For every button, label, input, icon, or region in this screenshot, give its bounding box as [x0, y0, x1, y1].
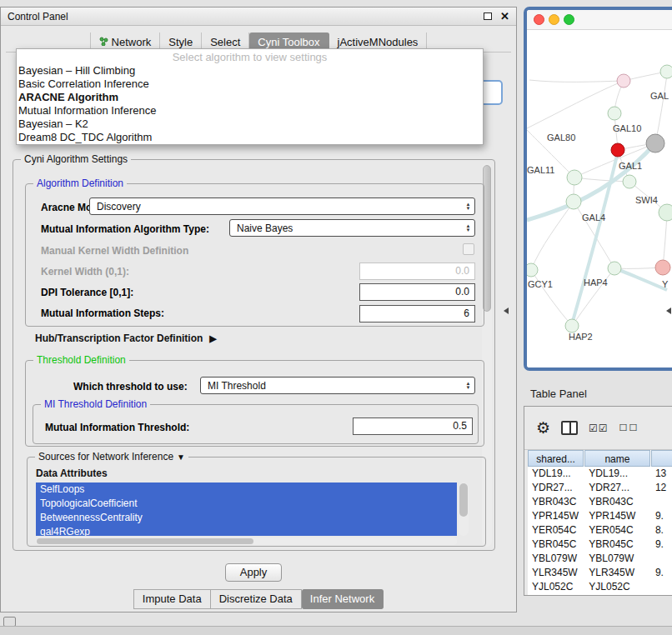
- gear-icon[interactable]: ⚙: [536, 418, 550, 438]
- table-cell: YJL052C: [584, 580, 651, 594]
- table-row[interactable]: YPR145WYPR145W9.: [528, 509, 672, 523]
- mi-threshold-input[interactable]: 0.5: [353, 418, 473, 435]
- mi-type-combobox[interactable]: Naive Bayes ▲▼: [229, 219, 475, 237]
- node-label: GAL80: [547, 132, 575, 142]
- table-cell: YER054C: [528, 523, 584, 538]
- data-attributes-list[interactable]: SelfLoopsTopologicalCoefficientBetweenne…: [36, 482, 457, 536]
- attribute-item-betweennesscentrality[interactable]: BetweennessCentrality: [36, 511, 457, 525]
- splitter-collapse-left-icon[interactable]: [504, 308, 509, 314]
- float-window-icon[interactable]: [484, 12, 492, 20]
- table-cell: YDR27...: [584, 481, 651, 495]
- attribute-item-gal4rgexp[interactable]: gal4RGexp: [36, 525, 457, 536]
- combo-stepper-icon[interactable]: ▲▼: [462, 382, 474, 390]
- bottom-tab-discretize-data[interactable]: Discretize Data: [211, 589, 302, 609]
- attributes-hscroll-thumb[interactable]: [37, 538, 253, 544]
- which-threshold-combobox[interactable]: MI Threshold ▲▼: [200, 377, 475, 394]
- column-header-0[interactable]: shared...: [528, 450, 584, 467]
- hub-definition-label: Hub/Transcription Factor Definition: [35, 332, 203, 344]
- algorithm-option-bayesian-hill-climbing[interactable]: Bayesian – Hill Climbing: [17, 64, 483, 78]
- network-tab-icon: [99, 36, 108, 48]
- algorithm-option-mutual-information-inference[interactable]: Mutual Information Inference: [17, 104, 483, 118]
- close-window-icon[interactable]: ✕: [500, 10, 509, 22]
- mi-threshold-definition-group: MI Threshold Definition Mutual Informati…: [33, 404, 479, 444]
- attribute-item-selfloops[interactable]: SelfLoops: [36, 482, 457, 497]
- algorithm-option-dream8-dc-tdc-algorithm[interactable]: Dream8 DC_TDC Algorithm: [17, 131, 483, 144]
- network-node[interactable]: [655, 260, 670, 275]
- aracne-mode-combobox[interactable]: Discovery ▲▼: [89, 198, 475, 215]
- table-row[interactable]: YBL079WYBL079W: [528, 552, 672, 566]
- zoom-traffic-light-icon[interactable]: [564, 14, 574, 25]
- manual-kernel-checkbox[interactable]: [463, 243, 474, 255]
- table-row[interactable]: YER054CYER054C8.: [528, 523, 672, 538]
- mi-steps-input[interactable]: 6: [359, 305, 475, 322]
- algorithm-dropdown: Select algorithm to view settings Bayesi…: [16, 48, 484, 145]
- table-row[interactable]: YLR345WYLR345W9.: [528, 566, 672, 580]
- combo-stepper-icon[interactable]: ▲▼: [462, 202, 474, 211]
- network-node[interactable]: [660, 65, 672, 78]
- attribute-item-topologicalcoefficient[interactable]: TopologicalCoefficient: [36, 497, 457, 511]
- combo-stepper-icon[interactable]: ▲▼: [462, 224, 474, 232]
- table-row[interactable]: YBR043CYBR043C: [528, 495, 672, 509]
- table-cell: YBR043C: [584, 495, 651, 509]
- network-node[interactable]: [566, 194, 581, 209]
- threshold-definition-title: Threshold Definition: [33, 354, 129, 367]
- algorithm-option-aracne-algorithm[interactable]: ARACNE Algorithm: [17, 91, 483, 104]
- attributes-list-vscrollbar[interactable]: [459, 482, 469, 536]
- apply-button[interactable]: Apply: [225, 563, 282, 582]
- tab-label: Style: [168, 36, 193, 48]
- bottom-tab-impute-data[interactable]: Impute Data: [133, 589, 211, 609]
- table-cell: 12: [651, 481, 672, 495]
- table-row[interactable]: YDL19...YDL19...13: [528, 467, 672, 481]
- hub-definition-section[interactable]: Hub/Transcription Factor Definition ▶: [35, 332, 217, 344]
- column-header-2[interactable]: [651, 450, 672, 467]
- attributes-vscroll-thumb[interactable]: [459, 483, 468, 517]
- table-cell: YLR345W: [528, 566, 584, 580]
- attributes-list-hscrollbar[interactable]: [36, 538, 457, 545]
- table-cell: 9.: [651, 566, 672, 580]
- node-label: GAL: [650, 91, 669, 101]
- network-edge: [574, 202, 614, 268]
- table-cell: [651, 580, 672, 594]
- network-node[interactable]: [617, 74, 630, 88]
- table-row[interactable]: YBR045CYBR045C9.: [528, 538, 672, 552]
- network-node[interactable]: [659, 204, 672, 221]
- network-node[interactable]: [646, 134, 664, 152]
- network-node[interactable]: [623, 175, 636, 188]
- bottom-tab-infer-network[interactable]: Infer Network: [302, 589, 384, 609]
- collapse-down-icon[interactable]: ▼: [177, 452, 185, 462]
- splitter-collapse-right-icon[interactable]: [666, 308, 671, 314]
- sources-group-title[interactable]: Sources for Network Inference▼: [35, 451, 188, 463]
- algorithm-option-basic-correlation-inference[interactable]: Basic Correlation Inference: [17, 78, 483, 91]
- sources-title-text: Sources for Network Inference: [38, 451, 173, 462]
- network-node[interactable]: [611, 143, 624, 157]
- column-layout-icon[interactable]: [561, 421, 578, 435]
- network-node[interactable]: [608, 107, 621, 120]
- network-canvas[interactable]: GAL80GAL10GAL11GAL1SWI4GAL4GCY1HAP4HAP2G…: [527, 30, 672, 368]
- kernel-width-input[interactable]: 0.0: [359, 262, 475, 280]
- tab-label: Network: [112, 36, 152, 48]
- network-node[interactable]: [527, 263, 538, 277]
- table-toolbar: ⚙ ☑☑ ☐☐: [524, 407, 672, 450]
- threshold-definition-group: Threshold Definition Which threshold to …: [25, 360, 484, 447]
- mi-type-value: Naive Bayes: [230, 222, 462, 234]
- dpi-tolerance-input[interactable]: 0.0: [359, 283, 475, 301]
- node-label: GCY1: [528, 279, 553, 289]
- mi-steps-label: Mutual Information Steps:: [41, 308, 164, 319]
- window-title: Control Panel: [8, 11, 484, 22]
- table-row[interactable]: YJL052CYJL052C: [528, 580, 672, 594]
- close-traffic-light-icon[interactable]: [534, 14, 544, 25]
- network-node[interactable]: [608, 262, 621, 275]
- network-node[interactable]: [567, 170, 582, 185]
- table-cell: 8.: [651, 523, 672, 538]
- column-header-1[interactable]: name: [584, 450, 649, 467]
- expand-right-icon[interactable]: ▶: [209, 333, 216, 344]
- network-node[interactable]: [565, 319, 579, 332]
- table-cell: YER054C: [584, 523, 651, 538]
- table-row[interactable]: YDR27...YDR27...12: [528, 481, 672, 495]
- algorithm-option-bayesian-k2[interactable]: Bayesian – K2: [17, 118, 483, 131]
- control-panel-titlebar: Control Panel ✕: [1, 8, 516, 26]
- which-threshold-label: Which threshold to use:: [73, 381, 188, 392]
- deselect-all-boxes-icon[interactable]: ☐☐: [619, 422, 639, 433]
- minimize-traffic-light-icon[interactable]: [549, 14, 559, 25]
- select-all-checks-icon[interactable]: ☑☑: [589, 422, 609, 434]
